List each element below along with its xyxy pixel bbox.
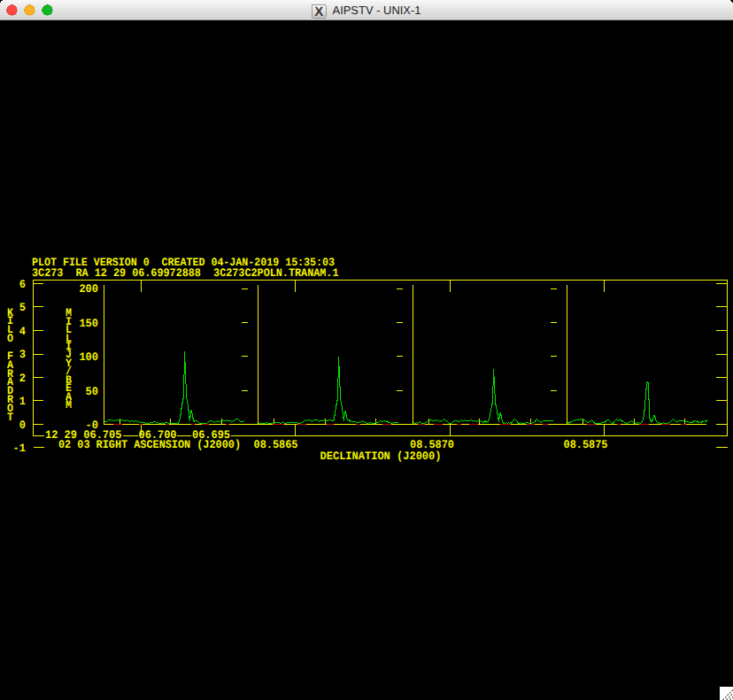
svg-text:08.5875: 08.5875: [564, 438, 608, 451]
svg-text:02 03 RIGHT ASCENSION (J2000): 02 03 RIGHT ASCENSION (J2000): [58, 438, 241, 451]
svg-text:2: 2: [19, 372, 26, 385]
svg-text:1: 1: [19, 395, 26, 408]
svg-text:08.5865: 08.5865: [254, 438, 298, 451]
svg-text:DECLINATION (J2000): DECLINATION (J2000): [320, 450, 442, 463]
svg-text:3: 3: [19, 348, 26, 361]
svg-text:150: 150: [79, 317, 98, 330]
svg-text:O: O: [7, 332, 13, 345]
svg-text:3C273 RA 12 29 06.69972888 3: 3C273 RA 12 29 06.69972888 3C273C2POLN.T…: [32, 266, 339, 280]
svg-text:T: T: [7, 411, 13, 424]
svg-text:50: 50: [86, 385, 99, 398]
svg-text:AIPSTV - UNIX-1: AIPSTV - UNIX-1: [333, 4, 421, 17]
svg-text:4: 4: [19, 325, 26, 338]
svg-text:200: 200: [79, 282, 98, 296]
svg-text:-1: -1: [13, 442, 27, 455]
svg-text:6: 6: [19, 278, 26, 291]
svg-text:0: 0: [19, 419, 26, 432]
svg-text:5: 5: [19, 301, 26, 314]
svg-text:100: 100: [79, 350, 98, 364]
svg-text:X: X: [314, 4, 323, 19]
svg-text:M: M: [66, 398, 72, 412]
